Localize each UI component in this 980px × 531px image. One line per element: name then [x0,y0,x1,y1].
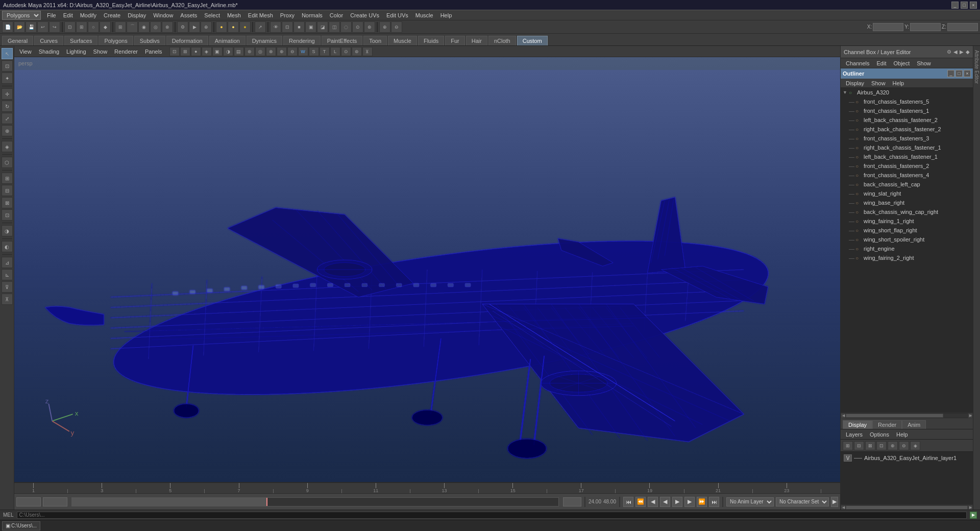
vp-menu-lighting[interactable]: Lighting [63,47,89,56]
outliner-menu-show[interactable]: Show [868,79,889,87]
outliner-item-13[interactable]: — ○ wing_fairing_1_right [841,216,973,226]
playback-next-key[interactable]: ▶ [684,497,695,507]
le-tool-4[interactable]: ⊡ [876,441,887,450]
tb-hierarchy[interactable]: ⊞ [76,21,87,33]
outliner-item-9[interactable]: — ○ back_chassis_left_cap [841,180,973,189]
menu-proxy[interactable]: Proxy [277,11,298,19]
tb-joint[interactable]: ◌ [340,21,352,33]
vp-menu-shading[interactable]: Shading [36,47,62,56]
layer-scroll-left[interactable]: ◀ [841,505,846,510]
tb-undo[interactable]: ↩ [37,21,48,33]
menu-normals[interactable]: Normals [299,11,326,19]
tb-snap-curve[interactable]: ⌒ [127,21,138,33]
tb-xray[interactable]: ◫ [329,21,340,33]
vp-icon-10[interactable]: ⊗ [266,47,276,56]
tb-save[interactable]: 💾 [26,21,37,33]
cb-menu-object[interactable]: Object [890,59,913,67]
menu-modify[interactable]: Modify [77,11,100,19]
tool-snap-grid[interactable]: ⊡ [2,209,13,221]
tab-general[interactable]: General [2,36,33,45]
playback-play-back[interactable]: ◀ [660,497,670,507]
vp-icon-8[interactable]: ⊛ [244,47,255,56]
layer-scroll-right[interactable]: ▶ [968,505,973,510]
maximize-button[interactable]: □ [961,2,968,9]
cb-menu-channels[interactable]: Channels [843,59,872,67]
outliner-item-17[interactable]: — ○ wing_fairing_2_right [841,253,973,262]
tab-animation[interactable]: Animation [209,36,246,45]
tool-snap-point[interactable]: ⊠ [2,197,13,208]
menu-file[interactable]: File [44,11,59,19]
tool-paint-select[interactable]: ✦ [2,73,13,84]
playback-step-fwd[interactable]: ⏩ [697,497,707,507]
le-tab-render[interactable]: Render [872,420,902,429]
menu-help[interactable]: Help [437,11,455,19]
le-menu-layers[interactable]: Layers [843,430,866,439]
outliner-item-15[interactable]: — ○ wing_short_spoiler_right [841,235,973,244]
outliner-content[interactable]: ▼ ○ Airbus_A320 — ○ front_chassis_fasten… [841,88,973,413]
menu-edit-mesh[interactable]: Edit Mesh [245,11,276,19]
tab-hair[interactable]: Hair [466,36,487,45]
tool-sculpt[interactable]: ◑ [2,225,13,236]
vp-icon-extra1[interactable]: ⊙ [341,47,351,56]
layer-scrollbar-thumb[interactable] [846,505,968,510]
char-set-dropdown[interactable]: No Character Set [776,497,829,506]
outliner-minimize[interactable]: _ [947,70,954,77]
tab-fur[interactable]: Fur [445,36,465,45]
tb-snap-view[interactable]: ◎ [150,21,161,33]
le-tool-2[interactable]: ⊟ [854,441,864,450]
le-menu-options[interactable]: Options [867,430,892,439]
anim-layer-dropdown[interactable]: No Anim Layer [726,497,774,506]
cb-icon-4[interactable]: ◆ [966,49,970,55]
le-tool-6[interactable]: ⊖ [899,441,909,450]
tab-deformation[interactable]: Deformation [166,36,208,45]
menu-select[interactable]: Select [201,11,223,19]
outliner-item-12[interactable]: — ○ back_chassis_wing_cap_right [841,207,973,216]
tb-show-hide[interactable]: 👁 [270,21,281,33]
timeline-bar[interactable] [71,497,559,506]
tool-cam-right[interactable]: ⊼ [2,294,13,305]
tb-deformer[interactable]: ⊛ [364,21,375,33]
tb-ik[interactable]: ⊙ [352,21,363,33]
cb-icon-1[interactable]: ⚙ [947,49,951,55]
tool-soft-mod[interactable]: ◈ [2,141,13,152]
tool-lasso[interactable]: ⊡ [2,60,13,71]
tb-shading[interactable]: ◪ [317,21,328,33]
outliner-item-10[interactable]: — ○ wing_slat_right [841,189,973,198]
outliner-item-4[interactable]: — ○ front_chassis_fasteners_3 [841,134,973,143]
outliner-item-2[interactable]: — ○ left_back_chassis_fastener_2 [841,115,973,125]
tb-ipr[interactable]: ⊕ [201,21,212,33]
scroll-left-btn[interactable]: ◀ [841,413,846,418]
vp-icon-wire[interactable]: W [298,47,308,56]
tool-snap-surface[interactable]: ⊞ [2,173,13,184]
cb-icon-3[interactable]: ▶ [960,49,964,55]
outliner-item-14[interactable]: — ○ wing_short_flap_right [841,226,973,235]
vp-icon-9[interactable]: ◎ [255,47,265,56]
vp-icon-extra2[interactable]: ⊚ [352,47,362,56]
menu-muscle[interactable]: Muscle [412,11,436,19]
tab-curves[interactable]: Curves [34,36,63,45]
tab-custom[interactable]: Custom [517,36,548,45]
menu-color[interactable]: Color [327,11,346,19]
vp-icon-5[interactable]: ▣ [212,47,223,56]
cb-menu-edit[interactable]: Edit [873,59,889,67]
tb-solid[interactable]: ■ [293,21,305,33]
outliner-item-5[interactable]: — ○ right_back_chassis_fastener_1 [841,143,973,152]
cb-icon-2[interactable]: ◀ [953,49,958,55]
outliner-close[interactable]: × [964,70,971,77]
tool-snap-curve[interactable]: ⊟ [2,185,13,196]
scrollbar-thumb[interactable] [846,414,943,418]
vp-icon-6[interactable]: ◑ [223,47,233,56]
tool-paint-weights[interactable]: ◐ [2,241,13,252]
tl-expand-btn[interactable]: ▶ [831,497,838,507]
tb-texture[interactable]: ▣ [305,21,316,33]
minimize-button[interactable]: _ [951,2,959,9]
vp-menu-show[interactable]: Show [90,47,111,56]
le-tool-1[interactable]: ⊞ [843,441,853,450]
tb-snap-point[interactable]: ◉ [138,21,150,33]
menu-display[interactable]: Display [125,11,149,19]
cb-menu-show[interactable]: Show [914,59,934,67]
tab-painteffects[interactable]: PaintEffects [322,36,363,45]
vp-icon-2[interactable]: ⊞ [180,47,190,56]
tool-cam-ortho[interactable]: ⊾ [2,269,13,280]
menu-assets[interactable]: Assets [177,11,200,19]
